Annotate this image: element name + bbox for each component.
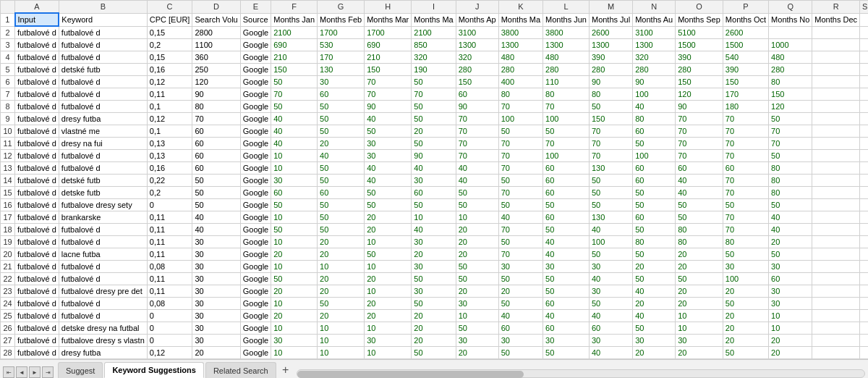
cell[interactable]: 50: [589, 101, 632, 113]
cell[interactable]: 20: [365, 224, 412, 236]
cell[interactable]: 0: [147, 199, 192, 211]
cell-empty[interactable]: [860, 76, 868, 88]
cell[interactable]: 0,11: [147, 236, 192, 248]
cell[interactable]: 50: [412, 76, 456, 88]
cell[interactable]: 0,13: [147, 150, 192, 162]
cell[interactable]: futbalové d: [15, 248, 59, 261]
cell[interactable]: 0,22: [147, 175, 192, 187]
cell-empty[interactable]: [812, 138, 860, 150]
cell[interactable]: 1700: [365, 26, 412, 39]
cell-a1[interactable]: Input: [15, 13, 59, 26]
cell[interactable]: 80: [676, 224, 723, 236]
cell-empty[interactable]: [812, 125, 860, 138]
cell[interactable]: 10: [271, 236, 318, 248]
cell[interactable]: 50: [676, 199, 723, 211]
cell-empty[interactable]: [812, 248, 860, 261]
cell[interactable]: 150: [769, 88, 812, 101]
cell[interactable]: 60: [543, 175, 590, 187]
cell[interactable]: 20: [676, 347, 723, 359]
cell[interactable]: 540: [723, 51, 768, 64]
cell[interactable]: futbalové d: [15, 88, 59, 101]
cell-empty[interactable]: [812, 298, 860, 310]
cell-empty[interactable]: [860, 199, 868, 211]
cell[interactable]: 10: [456, 310, 498, 322]
cell[interactable]: 80: [769, 162, 812, 175]
cell[interactable]: 90: [633, 76, 676, 88]
cell[interactable]: 0,16: [147, 64, 192, 76]
cell[interactable]: 10: [456, 211, 498, 224]
cell[interactable]: 50: [365, 125, 412, 138]
cell[interactable]: Google: [240, 88, 271, 101]
cell[interactable]: 130: [589, 162, 632, 175]
cell[interactable]: 50: [633, 273, 676, 285]
cell[interactable]: 0,12: [147, 347, 192, 359]
cell[interactable]: 10: [456, 359, 498, 360]
cell[interactable]: 70: [498, 101, 542, 113]
cell[interactable]: Google: [240, 125, 271, 138]
cell[interactable]: 30: [412, 175, 456, 187]
cell[interactable]: 50: [543, 125, 590, 138]
cell-empty[interactable]: [812, 88, 860, 101]
cell[interactable]: 50: [723, 199, 768, 211]
cell[interactable]: 50: [769, 150, 812, 162]
cell[interactable]: 20: [271, 248, 318, 261]
cell[interactable]: 70: [589, 150, 632, 162]
cell[interactable]: 30: [192, 335, 240, 347]
cell[interactable]: 120: [192, 76, 240, 88]
cell[interactable]: 40: [412, 224, 456, 236]
cell[interactable]: 50: [456, 187, 498, 199]
cell[interactable]: 50: [271, 224, 318, 236]
cell[interactable]: futbalové d: [59, 26, 147, 39]
cell[interactable]: 0,1: [147, 101, 192, 113]
cell[interactable]: 480: [543, 51, 590, 64]
cell[interactable]: 1000: [769, 39, 812, 51]
cell[interactable]: 10: [676, 322, 723, 335]
cell[interactable]: 50: [456, 261, 498, 273]
cell[interactable]: 50: [498, 273, 542, 285]
cell-empty[interactable]: [812, 273, 860, 285]
cell[interactable]: 60: [192, 150, 240, 162]
cell[interactable]: 130: [318, 64, 365, 76]
cell[interactable]: 50: [318, 101, 365, 113]
cell[interactable]: 50: [456, 199, 498, 211]
cell[interactable]: detské futb: [59, 64, 147, 76]
cell[interactable]: 30: [589, 285, 632, 298]
cell[interactable]: dresy na fui: [59, 138, 147, 150]
cell[interactable]: 100: [723, 273, 768, 285]
tab-nav-first[interactable]: ⇤: [3, 366, 14, 378]
cell[interactable]: 70: [676, 125, 723, 138]
cell[interactable]: futbalové d: [15, 26, 59, 39]
cell[interactable]: futbalove dresy sety: [59, 199, 147, 211]
cell-empty[interactable]: [812, 26, 860, 39]
cell[interactable]: Google: [240, 187, 271, 199]
cell[interactable]: 30: [365, 138, 412, 150]
cell[interactable]: 2800: [192, 26, 240, 39]
cell-empty[interactable]: [812, 113, 860, 125]
tab-related-search[interactable]: Related Search: [205, 362, 276, 378]
cell[interactable]: 0,11: [147, 211, 192, 224]
cell[interactable]: 70: [676, 150, 723, 162]
cell-j1[interactable]: Months Ap: [456, 13, 498, 26]
cell[interactable]: futbalové d: [59, 224, 147, 236]
cell[interactable]: 0: [147, 335, 192, 347]
cell[interactable]: 20: [723, 322, 768, 335]
cell[interactable]: 0: [147, 310, 192, 322]
cell-empty[interactable]: [860, 26, 868, 39]
cell[interactable]: futbalové d: [15, 199, 59, 211]
cell[interactable]: 10: [271, 359, 318, 360]
cell[interactable]: 0,13: [147, 138, 192, 150]
cell[interactable]: 360: [192, 51, 240, 64]
cell[interactable]: 20: [723, 285, 768, 298]
cell[interactable]: 50: [318, 224, 365, 236]
cell[interactable]: 20: [676, 359, 723, 360]
cell[interactable]: 50: [456, 273, 498, 285]
cell[interactable]: 150: [271, 64, 318, 76]
cell[interactable]: 20: [318, 138, 365, 150]
cell-empty[interactable]: [860, 310, 868, 322]
cell[interactable]: 100: [543, 113, 590, 125]
cell[interactable]: 70: [456, 138, 498, 150]
cell[interactable]: futbalové d: [15, 298, 59, 310]
cell[interactable]: 20: [723, 335, 768, 347]
cell[interactable]: 80: [769, 187, 812, 199]
cell[interactable]: 150: [676, 76, 723, 88]
